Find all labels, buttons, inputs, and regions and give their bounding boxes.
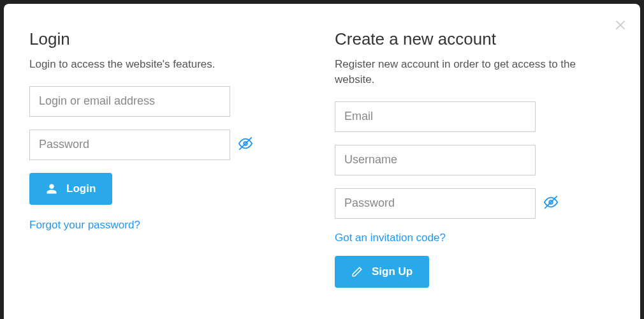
login-column: Login Login to access the website's feat… — [29, 29, 322, 300]
login-button[interactable]: Login — [29, 173, 112, 205]
signup-button[interactable]: Sign Up — [335, 256, 429, 288]
eye-off-icon[interactable] — [238, 137, 252, 153]
pencil-icon — [351, 266, 363, 278]
login-password-wrap — [29, 130, 296, 160]
register-username-wrap — [335, 145, 602, 175]
eye-off-icon[interactable] — [544, 195, 558, 212]
register-password-wrap — [335, 188, 602, 219]
auth-modal: Login Login to access the website's feat… — [4, 4, 640, 319]
register-username-input[interactable] — [335, 145, 536, 175]
invitation-code-link[interactable]: Got an invitation code? — [335, 232, 446, 244]
signup-button-label: Sign Up — [372, 265, 413, 278]
login-identifier-input[interactable] — [29, 86, 230, 117]
register-subtitle: Register new account in order to get acc… — [335, 57, 602, 87]
user-icon — [46, 183, 57, 195]
register-title: Create a new account — [335, 29, 602, 49]
register-email-wrap — [335, 101, 602, 132]
login-password-input[interactable] — [29, 130, 230, 160]
register-email-input[interactable] — [335, 101, 536, 132]
login-button-label: Login — [66, 182, 96, 195]
forgot-password-link[interactable]: Forgot your password? — [29, 219, 140, 232]
register-column: Create a new account Register new accoun… — [322, 29, 615, 300]
register-password-input[interactable] — [335, 188, 536, 219]
login-subtitle: Login to access the website's features. — [29, 57, 296, 72]
svg-line-3 — [545, 196, 557, 207]
login-title: Login — [29, 29, 296, 49]
close-icon[interactable] — [613, 17, 627, 34]
login-identifier-wrap — [29, 86, 296, 117]
